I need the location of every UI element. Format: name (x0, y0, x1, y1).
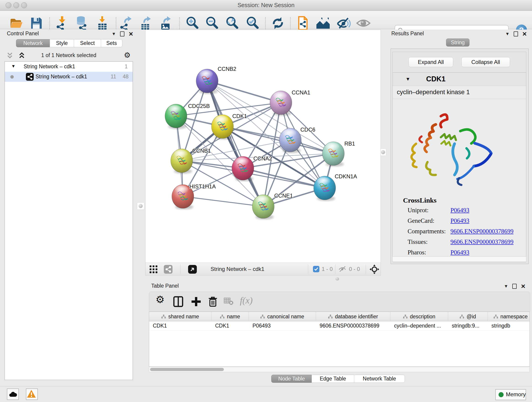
column-header-@id[interactable]: @id (448, 312, 488, 321)
results-panel: Results Panel ▼ ✕ String Expand All Coll… (387, 30, 532, 279)
table-cell[interactable]: cyclin–dependent ... (390, 321, 448, 331)
create-column-icon[interactable] (191, 296, 202, 307)
delete-column-icon[interactable] (208, 296, 219, 307)
table-cell[interactable]: CDK1 (149, 321, 211, 331)
table-settings-gear-icon[interactable]: ⚙ (156, 294, 167, 305)
table-row[interactable]: CDK1CDK1P064939606.ENSP00000378699cyclin… (149, 321, 530, 331)
toolbar-export-table-icon[interactable] (139, 16, 153, 31)
grid-view-icon[interactable] (150, 265, 157, 274)
memory-button[interactable]: Memory (495, 389, 526, 400)
string-network-graph[interactable]: CCNB2 CCNA1 CDC25B CDK1 CDC6 RB1 CCNB1 C… (146, 30, 380, 263)
expand-all-button[interactable]: Expand All (409, 57, 453, 67)
column-header-database-identifier[interactable]: database identifier (316, 312, 390, 321)
crosslink-link[interactable]: 9606.ENSP00000378699 (450, 228, 513, 235)
network-node-CCNE1[interactable] (252, 195, 274, 220)
horizontal-splitter-grip[interactable] (333, 276, 341, 281)
table-panel-close-icon[interactable]: ✕ (521, 284, 526, 288)
control-panel-menu-icon[interactable]: ▼ (112, 32, 116, 36)
toolbar-zoom-selected-icon[interactable] (245, 16, 260, 31)
toolbar-show-eye-icon[interactable] (356, 16, 371, 31)
warnings-button[interactable] (26, 389, 38, 400)
crosslink-link[interactable]: P06493 (450, 217, 469, 224)
share-view-icon[interactable] (164, 265, 172, 274)
function-builder-icon[interactable]: f(x) (240, 295, 251, 306)
cloud-status-button[interactable] (7, 389, 19, 400)
network-node-CDC25B[interactable] (165, 104, 187, 129)
collection-expander-icon[interactable]: ▼ (11, 64, 16, 69)
toolbar-import-table-icon[interactable] (95, 16, 109, 31)
network-node-CDK1[interactable] (211, 115, 234, 140)
open-in-window-icon[interactable] (188, 265, 197, 274)
column-header-name[interactable]: name (211, 312, 249, 321)
control-panel-float-icon[interactable] (120, 32, 124, 36)
toolbar-hide-selected-icon[interactable] (336, 16, 351, 31)
scrollbar-thumb[interactable] (150, 368, 224, 371)
show-columns-icon[interactable] (173, 296, 184, 307)
right-splitter-grip[interactable] (380, 148, 386, 156)
titlebar: Session: New Session (0, 0, 532, 11)
collapse-all-button[interactable]: Collapse All (462, 57, 510, 67)
left-splitter-grip[interactable] (137, 202, 144, 210)
network-options-gear-icon[interactable]: ⚙ (124, 51, 131, 60)
column-header-canonical-name[interactable]: canonical name (249, 312, 316, 321)
toolbar-refresh-layout-icon[interactable] (271, 16, 285, 31)
network-node-RB1[interactable] (322, 142, 344, 167)
tab-select[interactable]: Select (74, 39, 101, 47)
toolbar-zoom-fit-icon[interactable] (225, 16, 240, 31)
toolbar-share-document-icon[interactable] (296, 16, 310, 31)
table-header-row: shared namenamecanonical namedatabase id… (149, 312, 530, 321)
toolbar-open-session-icon[interactable] (9, 16, 23, 31)
tab-network-table[interactable]: Network Table (354, 375, 405, 383)
toolbar-zoom-out-icon[interactable] (205, 16, 220, 31)
crosslink-row: Uniprot:P06493 (408, 207, 522, 217)
delete-table-icon[interactable] (224, 298, 235, 309)
network-canvas[interactable]: CCNB2 CCNA1 CDC25B CDK1 CDC6 RB1 CCNB1 C… (146, 30, 380, 263)
table-cell[interactable]: stringdb (488, 321, 530, 331)
network-row-selected[interactable]: String Network – cdk1 11 48 (5, 72, 133, 82)
column-header-namespace[interactable]: namespace (488, 312, 530, 321)
network-node-CCNB1[interactable] (171, 149, 193, 174)
column-header-description[interactable]: description (390, 312, 448, 321)
results-panel-menu-icon[interactable]: ▼ (505, 32, 510, 36)
network-node-CDKN1A[interactable] (314, 176, 336, 201)
column-header-shared-name[interactable]: shared name (149, 312, 211, 321)
toolbar-export-image-icon[interactable] (158, 16, 173, 31)
control-panel-title: Control Panel (7, 31, 39, 37)
toolbar-save-session-icon[interactable] (29, 16, 44, 31)
hidden-eye-icon[interactable] (338, 266, 346, 274)
node-label-CCNB1: CCNB1 (192, 148, 211, 154)
gene-header[interactable]: ▼ CDK1 (393, 73, 526, 86)
results-panel-float-icon[interactable] (514, 32, 518, 36)
table-cell[interactable]: CDK1 (211, 321, 249, 331)
network-collection-row[interactable]: ▼ String Network – cdk1 1 (5, 62, 133, 72)
table-panel-menu-icon[interactable]: ▼ (504, 284, 508, 289)
gene-expander-icon[interactable]: ▼ (405, 76, 410, 82)
table-panel-float-icon[interactable] (512, 284, 517, 289)
crosslink-row: Compartments:9606.ENSP00000378699 (408, 228, 522, 238)
toolbar-zoom-in-icon[interactable] (185, 16, 200, 31)
tab-node-table[interactable]: Node Table (271, 375, 312, 383)
toolbar-import-database-icon[interactable] (74, 16, 89, 31)
selected-checkbox-icon[interactable] (313, 266, 319, 273)
results-panel-close-icon[interactable]: ✕ (522, 32, 527, 36)
table-cell[interactable]: stringdb:9... (448, 321, 488, 331)
collection-count: 1 (125, 64, 128, 70)
tab-string[interactable]: String (446, 38, 469, 46)
network-node-CCNA1[interactable] (270, 91, 292, 116)
tab-network[interactable]: Network (16, 39, 50, 47)
tab-sets[interactable]: Sets (101, 39, 122, 47)
table-cell[interactable]: 9606.ENSP00000378699 (316, 321, 390, 331)
crosslink-link[interactable]: 9606.ENSP00000378699 (450, 238, 513, 245)
birds-eye-view-icon[interactable] (370, 264, 379, 275)
toolbar-export-network-icon[interactable] (119, 16, 133, 31)
toolbar-home-view-icon[interactable] (316, 16, 331, 31)
tab-style[interactable]: Style (50, 39, 74, 47)
crosslink-link[interactable]: P06493 (450, 249, 469, 256)
table-cell[interactable]: P06493 (249, 321, 316, 331)
tab-edge-table[interactable]: Edge Table (312, 375, 354, 383)
results-scroll-strip[interactable] (393, 256, 526, 262)
toolbar-import-network-icon[interactable] (55, 16, 70, 31)
table-horizontal-scrollbar[interactable] (149, 367, 530, 372)
control-panel-close-icon[interactable]: ✕ (128, 32, 133, 36)
crosslink-link[interactable]: P06493 (450, 207, 469, 214)
